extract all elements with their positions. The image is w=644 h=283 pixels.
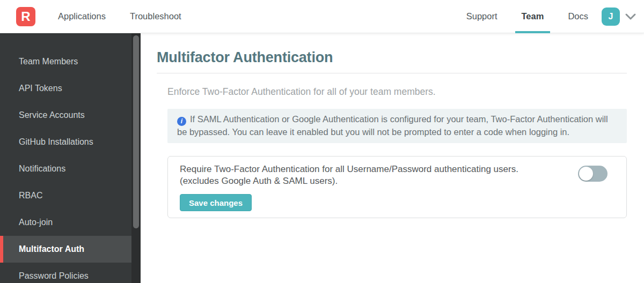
nav-item-troubleshoot[interactable]: Troubleshoot	[130, 0, 181, 33]
sidebar: Team Members API Tokens Service Accounts…	[0, 33, 141, 283]
info-icon: i	[177, 117, 186, 126]
info-note-text: If SAML Authentication or Google Authent…	[177, 114, 608, 137]
sidebar-item-team-members[interactable]: Team Members	[0, 48, 141, 75]
sidebar-item-github-installations[interactable]: GitHub Installations	[0, 129, 141, 155]
chevron-down-icon[interactable]	[625, 13, 636, 20]
two-factor-toggle[interactable]	[578, 166, 608, 182]
title-divider	[157, 73, 627, 73]
two-factor-setting-card: Require Two-Factor Authentication for al…	[167, 156, 627, 218]
sidebar-item-auto-join[interactable]: Auto-join	[0, 209, 141, 236]
nav-left-group: Applications Troubleshoot	[58, 0, 181, 33]
save-changes-button[interactable]: Save changes	[180, 194, 252, 211]
sidebar-item-password-policies[interactable]: Password Policies	[0, 263, 141, 283]
nav-item-applications[interactable]: Applications	[58, 0, 106, 33]
sidebar-item-multifactor-auth[interactable]: Multifactor Auth	[0, 236, 141, 263]
toggle-knob	[579, 167, 593, 181]
setting-label-line1: Require Two-Factor Authentication for al…	[180, 163, 577, 175]
avatar[interactable]: J	[602, 8, 620, 26]
sidebar-item-api-tokens[interactable]: API Tokens	[0, 75, 141, 102]
sidebar-scrollbar-thumb[interactable]	[133, 35, 139, 228]
sidebar-item-rbac[interactable]: RBAC	[0, 182, 141, 209]
sidebar-item-notifications[interactable]: Notifications	[0, 155, 141, 182]
main-content: Multifactor Authentication Enforce Two-F…	[141, 33, 644, 283]
nav-item-support[interactable]: Support	[466, 0, 497, 33]
page-subtitle: Enforce Two-Factor Authentication for al…	[167, 86, 436, 98]
rollbar-logo[interactable]: R	[16, 7, 35, 26]
logo-letter: R	[21, 9, 30, 24]
info-note: iIf SAML Authentication or Google Authen…	[167, 109, 627, 143]
sidebar-item-service-accounts[interactable]: Service Accounts	[0, 102, 141, 129]
setting-label: Require Two-Factor Authentication for al…	[180, 163, 577, 187]
page-title: Multifactor Authentication	[157, 49, 333, 66]
nav-right-group: Support Team Docs J	[466, 0, 644, 33]
nav-item-docs[interactable]: Docs	[568, 0, 588, 33]
top-nav: R Applications Troubleshoot Support Team…	[0, 0, 644, 33]
setting-label-line2: (excludes Google Auth & SAML users).	[180, 175, 577, 187]
nav-item-team[interactable]: Team	[522, 0, 544, 33]
sidebar-scrollbar-track	[131, 33, 141, 283]
avatar-initial: J	[609, 12, 613, 21]
